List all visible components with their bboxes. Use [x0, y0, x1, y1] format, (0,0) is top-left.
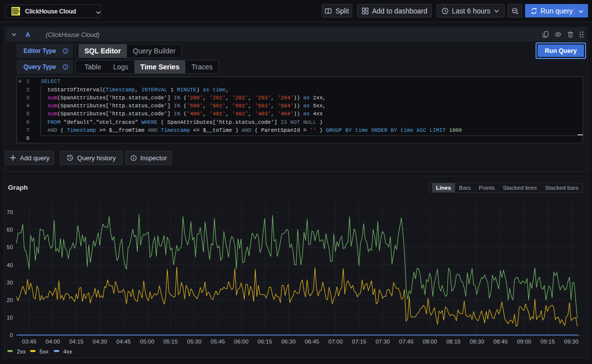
svg-text:09:30: 09:30	[564, 339, 579, 345]
svg-text:70: 70	[6, 209, 13, 215]
svg-text:08:15: 08:15	[446, 339, 461, 345]
svg-text:04:30: 04:30	[93, 339, 107, 345]
svg-text:05:30: 05:30	[187, 339, 201, 345]
svg-text:30: 30	[6, 280, 13, 286]
svg-text:06:45: 06:45	[305, 339, 319, 345]
svg-text:0: 0	[10, 332, 13, 338]
svg-text:20: 20	[6, 297, 13, 303]
svg-text:05:15: 05:15	[163, 339, 178, 345]
svg-text:07:15: 07:15	[352, 339, 367, 345]
svg-text:40: 40	[6, 262, 13, 268]
svg-text:60: 60	[6, 227, 13, 233]
svg-text:4xx: 4xx	[63, 349, 72, 355]
svg-text:07:45: 07:45	[399, 339, 414, 345]
svg-text:08:30: 08:30	[470, 339, 484, 345]
svg-text:05:00: 05:00	[140, 339, 154, 345]
svg-text:06:30: 06:30	[281, 339, 296, 345]
svg-text:09:00: 09:00	[517, 339, 532, 345]
svg-text:05:45: 05:45	[211, 339, 225, 345]
svg-text:50: 50	[6, 244, 13, 250]
svg-text:04:15: 04:15	[69, 339, 83, 345]
svg-text:07:00: 07:00	[328, 339, 343, 345]
svg-text:10: 10	[6, 315, 13, 321]
svg-text:06:15: 06:15	[258, 339, 272, 345]
svg-text:08:45: 08:45	[494, 339, 508, 345]
svg-text:04:45: 04:45	[116, 339, 131, 345]
svg-text:07:30: 07:30	[376, 339, 390, 345]
svg-text:5xx: 5xx	[39, 349, 48, 355]
svg-text:09:15: 09:15	[541, 339, 555, 345]
svg-text:03:45: 03:45	[22, 339, 36, 345]
svg-text:06:00: 06:00	[234, 339, 249, 345]
svg-text:2xx: 2xx	[17, 349, 26, 355]
svg-text:04:00: 04:00	[45, 339, 60, 345]
svg-text:08:00: 08:00	[423, 339, 437, 345]
